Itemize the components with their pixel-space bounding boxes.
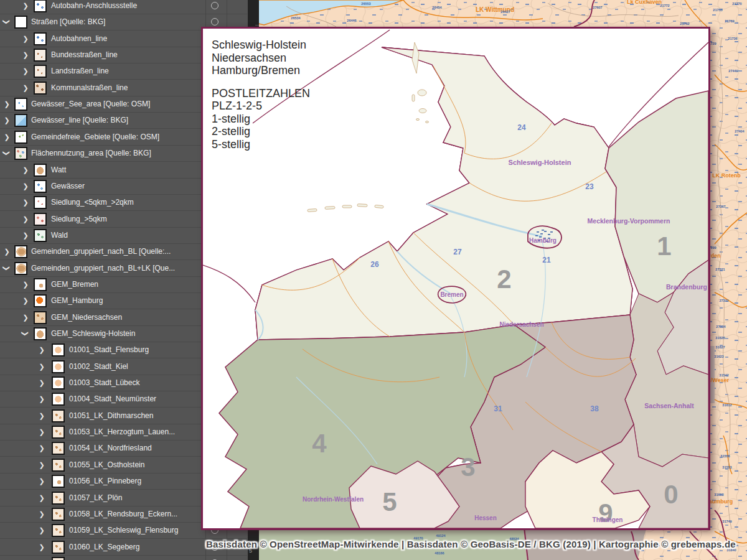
layer-label: Straßen [Quelle: BKG] (31, 17, 105, 26)
map-document-window[interactable]: 24232126273138 1234590 Schleswig-Holstei… (201, 27, 710, 530)
chevron-right-icon[interactable]: ❯ (38, 345, 45, 355)
chevron-right-icon[interactable]: ❯ (22, 230, 29, 240)
map-text-label: 26427 (500, 10, 510, 14)
chevron-right-icon[interactable]: ❯ (38, 460, 45, 470)
layer-thumbnail[interactable] (14, 245, 27, 258)
layer-thumbnail[interactable] (34, 311, 47, 324)
chevron-right-icon[interactable]: ❯ (38, 394, 45, 404)
layer-thumbnail[interactable] (34, 65, 47, 78)
map-text-label: 26446 (347, 19, 356, 22)
layer-label: Autobahn-Anschlussstelle (51, 1, 137, 10)
chevron-right-icon[interactable]: ❯ (22, 83, 29, 93)
chevron-right-icon[interactable]: ❯ (22, 66, 29, 76)
layer-thumbnail[interactable] (52, 557, 65, 560)
chevron-down-icon[interactable]: ❯ (21, 330, 31, 337)
map-text-label: Mecklenburg-Vorpommern (588, 217, 670, 225)
layer-thumbnail[interactable] (52, 343, 65, 357)
chevron-right-icon[interactable]: ❯ (22, 296, 29, 306)
map-text-label: 21770 (732, 2, 741, 6)
layer-thumbnail[interactable] (52, 376, 65, 390)
chevron-right-icon[interactable]: ❯ (38, 427, 45, 437)
layer-row[interactable]: ❯01061_LK_Steinb... (0, 555, 247, 560)
chevron-right-icon[interactable]: ❯ (3, 115, 11, 125)
map-subtitle-lines: POSTLEITZAHLENPLZ-1-2-51-stellig2-stelli… (212, 87, 310, 151)
chevron-right-icon[interactable]: ❯ (3, 99, 11, 109)
map-text-label: 0 (664, 480, 678, 509)
chevron-right-icon[interactable]: ❯ (38, 362, 45, 371)
chevron-right-icon[interactable]: ❯ (38, 509, 45, 519)
map-text-label: Lk Cuxhaven (627, 0, 662, 5)
layer-thumbnail[interactable] (34, 82, 47, 95)
layer-thumbnail[interactable] (52, 442, 65, 455)
chevron-right-icon[interactable]: ❯ (38, 411, 45, 421)
map-text-label: 23 (585, 182, 594, 191)
chevron-right-icon[interactable]: ❯ (3, 246, 11, 256)
layer-thumbnail[interactable] (52, 360, 65, 373)
map-title-lines: Schleswig-HolsteinNiedersachsenHamburg/B… (212, 39, 310, 77)
chevron-right-icon[interactable]: ❯ (38, 493, 45, 503)
layer-thumbnail[interactable] (52, 393, 65, 406)
layer-thumbnail[interactable] (14, 114, 27, 127)
layer-thumbnail[interactable] (14, 262, 27, 275)
map-text-label: 26534 (291, 16, 301, 20)
layer-target-icon[interactable] (211, 18, 218, 26)
chevron-right-icon[interactable]: ❯ (38, 542, 45, 552)
chevron-right-icon[interactable]: ❯ (22, 181, 29, 191)
layer-target-icon[interactable] (211, 2, 218, 9)
chevron-right-icon[interactable]: ❯ (22, 165, 29, 175)
chevron-right-icon[interactable]: ❯ (22, 1, 29, 11)
layer-thumbnail[interactable] (52, 524, 65, 537)
chevron-down-icon[interactable]: ❯ (2, 149, 12, 157)
layer-thumbnail[interactable] (34, 32, 47, 45)
chevron-right-icon[interactable]: ❯ (22, 197, 29, 207)
chevron-down-icon[interactable]: ❯ (2, 18, 12, 26)
chevron-right-icon[interactable]: ❯ (22, 214, 29, 224)
layer-label: 01055_LK_Ostholstein (69, 460, 144, 469)
layer-thumbnail[interactable] (34, 294, 47, 307)
map-text-label: 31653 (714, 493, 723, 497)
layer-thumbnail[interactable] (34, 327, 47, 340)
layer-thumbnail[interactable] (34, 0, 47, 12)
map-text-label: 21769 (725, 19, 734, 23)
chevron-down-icon[interactable]: ❯ (2, 264, 12, 272)
layer-thumbnail[interactable] (34, 278, 47, 291)
map-text-label: 21736 (728, 37, 737, 40)
layer-thumbnail[interactable] (52, 492, 65, 505)
chevron-right-icon[interactable]: ❯ (22, 312, 29, 322)
layer-thumbnail[interactable] (14, 131, 27, 144)
layer-thumbnail[interactable] (52, 426, 65, 439)
layer-label: Autobahnen_line (51, 34, 107, 43)
layer-thumbnail[interactable] (52, 508, 65, 521)
chevron-right-icon[interactable]: ❯ (38, 378, 45, 388)
layer-label: Gemeinden_gruppiert_nach_BL+LK [Que... (31, 264, 175, 273)
layer-label: Landstraßen_line (51, 67, 109, 75)
chevron-right-icon[interactable]: ❯ (38, 525, 45, 535)
chevron-right-icon[interactable]: ❯ (22, 50, 29, 60)
layer-thumbnail[interactable] (34, 164, 47, 177)
layer-thumbnail[interactable] (34, 229, 47, 242)
map-text-label: 21772 (660, 4, 669, 7)
chevron-right-icon[interactable]: ❯ (38, 443, 45, 453)
chevron-right-icon[interactable]: ❯ (38, 476, 45, 486)
layer-thumbnail[interactable] (52, 409, 65, 422)
chevron-right-icon[interactable]: ❯ (22, 279, 29, 289)
layer-thumbnail[interactable] (34, 196, 47, 209)
layer-label: GEM_Hamburg (51, 296, 103, 305)
map-text-label: LK Rotenb (712, 172, 741, 179)
layer-label: 01058_LK_Rendsburg_Eckern... (69, 510, 177, 518)
layer-thumbnail[interactable] (52, 541, 65, 554)
layer-thumbnail[interactable] (14, 16, 27, 29)
layer-thumbnail[interactable] (52, 475, 65, 488)
layer-thumbnail[interactable] (14, 147, 27, 160)
chevron-right-icon[interactable]: ❯ (3, 132, 11, 142)
layer-thumbnail[interactable] (34, 213, 47, 226)
layer-row[interactable]: ❯Autobahn-Anschlussstelle (0, 0, 247, 14)
layer-label: Gewässer_See_area [Quelle: OSM] (31, 100, 150, 108)
layer-thumbnail[interactable] (52, 459, 65, 472)
layer-thumbnail[interactable] (34, 49, 47, 62)
chevron-right-icon[interactable]: ❯ (22, 34, 29, 44)
layer-label: 01056_LK_Pinneberg (69, 477, 141, 485)
layer-thumbnail[interactable] (34, 180, 47, 193)
map-text-label: Nordrhein-Westfalen (303, 496, 364, 503)
layer-thumbnail[interactable] (14, 98, 27, 111)
